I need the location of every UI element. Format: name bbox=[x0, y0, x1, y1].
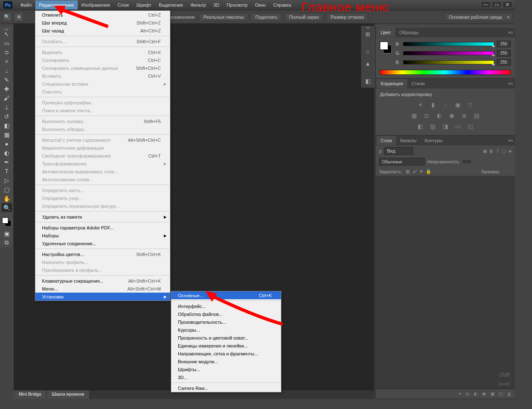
panel-icon-3[interactable]: ▲ bbox=[362, 58, 373, 69]
path-tool[interactable]: ▷ bbox=[2, 176, 12, 185]
adj-vibrance-icon[interactable]: ▽ bbox=[466, 101, 475, 108]
adj-curves-icon[interactable]: ⟋ bbox=[441, 101, 450, 108]
menu-item[interactable]: Наборы▶ bbox=[35, 232, 170, 239]
menu-window[interactable]: Окно bbox=[251, 0, 270, 10]
panel-menu-icon[interactable]: ▾≡ bbox=[508, 30, 513, 35]
menu-item[interactable]: Прозрачность и цветовой охват... bbox=[171, 334, 281, 342]
adj-balance-icon[interactable]: ⚖ bbox=[423, 112, 431, 119]
hand-tool[interactable]: ✋ bbox=[2, 194, 12, 203]
menu-item[interactable]: Наборы параметров Adobe PDF... bbox=[35, 224, 170, 232]
lock-pixels-icon[interactable]: 🖌 bbox=[412, 169, 417, 174]
shape-tool[interactable]: ▢ bbox=[2, 185, 12, 194]
tab-swatches[interactable]: Образцы bbox=[395, 28, 423, 37]
tab-layers[interactable]: Слои bbox=[377, 136, 396, 145]
panel-menu-icon[interactable]: ▾≡ bbox=[508, 81, 513, 86]
menu-select[interactable]: Выделение bbox=[155, 0, 187, 10]
tab-timeline[interactable]: Шкала времени bbox=[47, 390, 89, 399]
adj-levels-icon[interactable]: ▮ bbox=[429, 101, 437, 108]
menu-view[interactable]: Просмотр bbox=[223, 0, 251, 10]
wand-tool[interactable]: ✧ bbox=[2, 57, 12, 66]
menu-3d[interactable]: 3D bbox=[209, 0, 223, 10]
g-slider[interactable] bbox=[403, 51, 494, 55]
menu-file[interactable]: Файл bbox=[17, 0, 35, 10]
move-tool[interactable]: ↖ bbox=[2, 30, 12, 38]
panel-menu-icon[interactable]: ▾≡ bbox=[508, 138, 513, 143]
menu-item[interactable]: Настройка цветов...Shift+Ctrl+K bbox=[35, 250, 170, 258]
r-slider[interactable] bbox=[403, 42, 494, 46]
zoom-tool-icon[interactable]: ⊕ bbox=[14, 12, 23, 22]
lock-trans-icon[interactable]: ▦ bbox=[406, 169, 410, 174]
pen-tool[interactable]: ✒ bbox=[2, 158, 12, 166]
adj-brightness-icon[interactable]: ☀ bbox=[416, 101, 425, 108]
menu-item[interactable]: 3D... bbox=[171, 373, 281, 381]
b-slider[interactable] bbox=[403, 60, 494, 64]
quickmask-tool[interactable]: ▣ bbox=[2, 229, 12, 238]
marquee-tool[interactable]: ▭ bbox=[2, 39, 12, 47]
type-tool[interactable]: T bbox=[2, 167, 12, 175]
tab-color[interactable]: Цвет bbox=[377, 28, 395, 37]
maximize-button[interactable]: ▭ bbox=[492, 1, 502, 8]
stamp-tool[interactable]: ⊥ bbox=[2, 103, 12, 111]
adj-selcolor-icon[interactable]: ◫ bbox=[466, 123, 475, 130]
opacity-field[interactable] bbox=[463, 160, 471, 163]
blur-tool[interactable]: ● bbox=[2, 139, 12, 148]
adj-mixer-icon[interactable]: ⊕ bbox=[460, 112, 468, 119]
close-button[interactable]: ✕ bbox=[502, 1, 512, 8]
menu-item[interactable]: Шаг назадAlt+Ctrl+Z bbox=[35, 27, 170, 34]
eyedropper-tool[interactable]: ✎ bbox=[2, 75, 12, 84]
menu-item[interactable]: Удаленные соединения... bbox=[35, 239, 170, 247]
zoom-tool[interactable]: 🔍 bbox=[2, 203, 12, 212]
layer-group-icon[interactable]: ▣ bbox=[490, 391, 495, 397]
filter-smart-icon[interactable]: ◈ bbox=[508, 148, 512, 154]
tab-minibridge[interactable]: Mini Bridge bbox=[14, 390, 47, 399]
lock-all-icon[interactable]: 🔒 bbox=[426, 169, 431, 174]
brush-tool[interactable]: 🖌 bbox=[2, 94, 12, 102]
layer-kind-select[interactable]: Вид bbox=[384, 147, 413, 155]
adj-hue-icon[interactable]: ▦ bbox=[410, 112, 419, 119]
menu-item[interactable]: Установки▶ bbox=[35, 293, 170, 301]
menu-edit[interactable]: Редактирование bbox=[35, 0, 78, 10]
lock-pos-icon[interactable]: ✥ bbox=[419, 169, 423, 174]
tab-channels[interactable]: Каналы bbox=[396, 136, 421, 145]
adj-gradmap-icon[interactable]: ▭ bbox=[454, 123, 462, 130]
filter-shape-icon[interactable]: ▢ bbox=[502, 148, 506, 154]
actual-pixels-button[interactable]: Реальные пикселы bbox=[199, 13, 248, 21]
menu-filter[interactable]: Фильтр bbox=[187, 0, 209, 10]
heal-tool[interactable]: ✚ bbox=[2, 84, 12, 93]
menu-item[interactable]: Шрифты... bbox=[171, 365, 281, 373]
fit-button[interactable]: Подогнать bbox=[251, 13, 282, 21]
menu-item[interactable]: Шаг впередShift+Ctrl+Z bbox=[35, 19, 170, 27]
lasso-tool[interactable]: ⊃ bbox=[2, 48, 12, 57]
link-layers-icon[interactable]: ⚭ bbox=[458, 391, 462, 397]
menu-item[interactable]: Производительность... bbox=[171, 318, 281, 326]
menu-item[interactable]: Курсоры... bbox=[171, 326, 281, 334]
eraser-tool[interactable]: ◧ bbox=[2, 121, 12, 130]
menu-type[interactable]: Шрифт bbox=[133, 0, 155, 10]
menu-help[interactable]: Справка bbox=[269, 0, 295, 10]
layer-fx-icon[interactable]: fx bbox=[466, 392, 470, 397]
adj-lookup-icon[interactable]: ▤ bbox=[473, 112, 481, 119]
menu-item[interactable]: Единицы измерения и линейки... bbox=[171, 342, 281, 350]
tab-adjustments[interactable]: Коррекция bbox=[377, 79, 407, 88]
menu-item[interactable]: Меню...Alt+Shift+Ctrl+M bbox=[35, 285, 170, 293]
tab-paths[interactable]: Контуры bbox=[421, 136, 447, 145]
adj-poster-icon[interactable]: ▥ bbox=[429, 123, 437, 130]
blend-mode-select[interactable]: Обычные bbox=[379, 158, 425, 165]
adj-exposure-icon[interactable]: ▣ bbox=[454, 101, 462, 108]
r-value[interactable]: 255 bbox=[497, 41, 511, 47]
filter-pixel-icon[interactable]: ▣ bbox=[483, 148, 487, 154]
filter-adj-icon[interactable]: ◐ bbox=[490, 148, 494, 154]
delete-layer-icon[interactable]: 🗑 bbox=[507, 392, 512, 397]
menu-layers[interactable]: Слои bbox=[114, 0, 133, 10]
menu-item[interactable]: Интерфейс... bbox=[171, 302, 281, 310]
adj-thresh-icon[interactable]: ◨ bbox=[441, 123, 450, 130]
workspace-select[interactable]: Основная рабочая среда bbox=[444, 13, 512, 21]
color-swatch-panel[interactable] bbox=[380, 42, 392, 53]
b-value[interactable]: 255 bbox=[497, 59, 511, 66]
menu-item[interactable]: Обработка файлов... bbox=[171, 310, 281, 318]
dodge-tool[interactable]: ◐ bbox=[2, 148, 12, 157]
menu-item[interactable]: Camera Raw... bbox=[171, 384, 281, 392]
color-swatch[interactable] bbox=[2, 217, 11, 227]
adj-bw-icon[interactable]: ◐ bbox=[435, 112, 443, 119]
menu-image[interactable]: Изображение bbox=[78, 0, 114, 10]
